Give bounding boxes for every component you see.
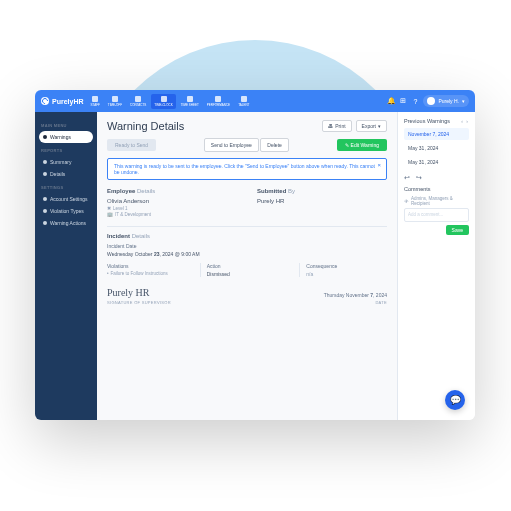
help-icon[interactable]: ? [411,97,419,105]
incident-date-label: Incident Date [107,243,387,249]
grid-icon[interactable]: ⊞ [399,97,407,105]
edit-button[interactable]: ✎ Edit Warning [337,139,387,151]
info-alert: This warning is ready to be sent to the … [107,158,387,180]
page-title: Warning Details [107,120,184,132]
sidebar-item-warning-actions[interactable]: Warning Actions [39,217,93,229]
save-button[interactable]: Save [446,225,469,235]
employee-level: ✖ Level 1 [107,206,237,211]
reply-icon[interactable]: ↩ [404,174,410,182]
topbar: PurelyHR STAFFTIME-OFFCONTACTSTIME-CLOCK… [35,90,475,112]
export-button[interactable]: Export ▾ [356,120,387,132]
signature: Purely HR [107,287,171,298]
incident-section-title: Incident Details [107,233,387,239]
close-icon[interactable]: × [377,162,381,168]
topnav-contacts[interactable]: CONTACTS [127,94,149,109]
brand: PurelyHR [41,97,84,105]
sidebar-section: SETTINGS [41,185,93,190]
employee-dept: 🏢 IT & Development [107,212,237,217]
sidebar-item-violation-types[interactable]: Violation Types [39,205,93,217]
brand-text: PurelyHR [52,98,84,105]
topnav-performance[interactable]: PERFORMANCE [204,94,233,109]
sidebar-section: REPORTS [41,148,93,153]
forward-icon[interactable]: ↪ [416,174,422,182]
prev-warning-item[interactable]: May 31, 2024 [404,156,469,168]
action-value: Dismissed [207,271,288,277]
signature-date-label: DATE [324,300,387,305]
chevron-down-icon: ▾ [462,98,465,104]
action-label: Action [207,263,288,269]
sidebar: MAIN MENUWarningsREPORTSSummaryDetailsSE… [35,112,97,420]
submitted-by: Purely HR [257,198,387,204]
employee-section-title: Employee Details [107,188,237,194]
print-button[interactable]: 🖶 Print [322,120,351,132]
topbar-right: 🔔 ⊞ ? Purely H. ▾ [387,95,469,107]
comment-input[interactable]: Add a comment... [404,208,469,222]
nav-arrows[interactable]: ‹ › [461,118,469,124]
incident-date: Wednesday October 23, 2024 @ 9:00 AM [107,251,387,257]
topnav-time-clock[interactable]: TIME-CLOCK [151,94,176,109]
user-chip[interactable]: Purely H. ▾ [423,95,469,107]
sidebar-item-summary[interactable]: Summary [39,156,93,168]
sidebar-item-warnings[interactable]: Warnings [39,131,93,143]
consequence-value: n/a [306,271,387,277]
violation-item: • Failure to Follow Instructions [107,271,188,276]
prev-warning-item[interactable]: May 31, 2024 [404,142,469,154]
alert-text: This warning is ready to be sent to the … [114,163,375,175]
topnav-staff[interactable]: STAFF [88,94,103,109]
violations-label: Violations [107,263,188,269]
employee-name: Olivia Anderson [107,198,237,204]
user-name: Purely H. [438,98,459,104]
delete-button[interactable]: Delete [260,138,288,152]
comments-title: Comments [404,186,469,192]
consequence-label: Consequence [306,263,387,269]
signature-label: SIGNATURE OF SUPERVISOR [107,300,171,305]
topnav-time-sheet[interactable]: TIME SHEET [178,94,202,109]
help-fab[interactable]: 💬 [445,390,465,410]
send-button[interactable]: Send to Employee [204,138,259,152]
signature-date: Thursday November 7, 2024 [324,292,387,298]
sidebar-item-account-settings[interactable]: Account Settings [39,193,93,205]
ready-button: Ready to Send [107,139,156,151]
topnav-talent[interactable]: TALENT [235,94,252,109]
main-content: Warning Details 🖶 Print Export ▾ Ready t… [97,112,397,420]
brand-icon [41,97,49,105]
prev-warning-item[interactable]: November 7, 2024 [404,128,469,140]
topnav-time-off[interactable]: TIME-OFF [105,94,125,109]
comments-visibility: 👁 Admins, Managers & Recipient [404,196,469,206]
app-window: PurelyHR STAFFTIME-OFFCONTACTSTIME-CLOCK… [35,90,475,420]
top-nav: STAFFTIME-OFFCONTACTSTIME-CLOCKTIME SHEE… [88,94,253,109]
right-panel: Previous Warnings ‹ › November 7, 2024Ma… [397,112,475,420]
prev-warnings-title: Previous Warnings [404,118,450,124]
bell-icon[interactable]: 🔔 [387,97,395,105]
sidebar-section: MAIN MENU [41,123,93,128]
sidebar-item-details[interactable]: Details [39,168,93,180]
avatar [427,97,435,105]
submitted-section-title: Submitted By [257,188,387,194]
